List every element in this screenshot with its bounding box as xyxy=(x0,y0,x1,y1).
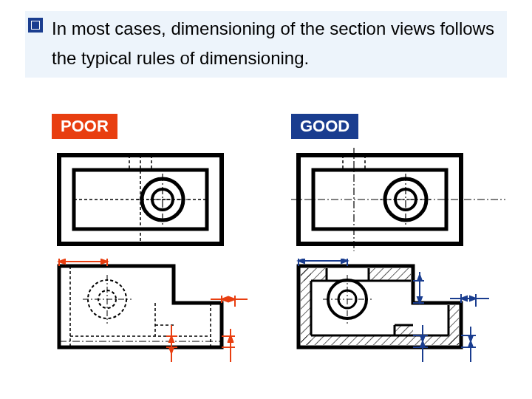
svg-rect-48 xyxy=(301,268,327,281)
poor-front-view xyxy=(44,259,251,369)
good-top-view xyxy=(291,148,505,251)
svg-rect-44 xyxy=(301,335,459,345)
lead-text: In most cases, dimensioning of the secti… xyxy=(52,14,510,73)
svg-rect-47 xyxy=(369,268,411,281)
bullet-icon xyxy=(28,18,43,33)
svg-rect-45 xyxy=(449,305,459,345)
label-poor: POOR xyxy=(52,114,117,139)
good-section-view xyxy=(284,259,505,369)
poor-top-view xyxy=(52,148,229,251)
label-good: GOOD xyxy=(291,114,358,139)
